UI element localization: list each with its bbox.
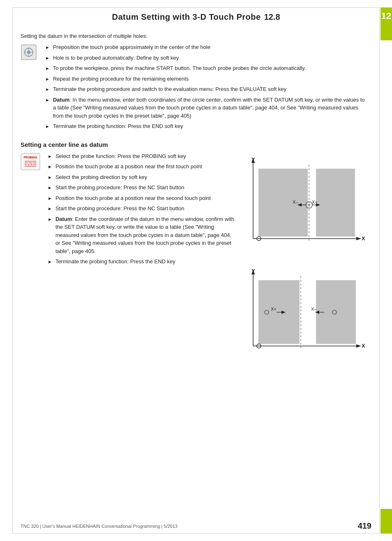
bullet-item: ► Terminate the probing procedure and sw… — [45, 85, 367, 93]
bullet-item: ► Start the probing procedure: Press the… — [48, 204, 238, 213]
bullet-arrow: ► — [45, 44, 50, 51]
svg-point-25 — [308, 204, 310, 206]
left-column: PROBING ► — [21, 152, 238, 268]
header-title: Datum Setting with 3-D Touch Probe — [112, 12, 261, 22]
bullet-text: Terminate the probing function: Press th… — [55, 258, 238, 266]
intro-text: Setting the datum in the intersection of… — [21, 33, 367, 39]
bullet-arrow: ► — [48, 258, 52, 265]
bullet-text: Position the touch probe at a position n… — [55, 194, 238, 202]
diagram2-svg: Y X — [244, 264, 367, 367]
bullet-arrow: ► — [48, 195, 52, 202]
bullet-arrow: ► — [48, 205, 52, 212]
bullet-arrow: ► — [48, 163, 52, 170]
chapter-tab-bottom — [380, 509, 392, 534]
bullet-arrow: ► — [48, 153, 52, 160]
lower-bullet-list: ► Select the probe function: Press the P… — [48, 152, 238, 268]
bullet-item: ► To probe the workpiece, press the mach… — [45, 64, 367, 72]
svg-text:X: X — [362, 343, 365, 349]
bullet-text: Select the probing direction by soft key — [55, 173, 238, 181]
upper-section: ► Preposition the touch probe approximat… — [21, 43, 367, 133]
svg-rect-21 — [316, 169, 355, 237]
page-border-top — [12, 7, 380, 8]
header-section: 12.8 — [264, 12, 280, 22]
section-heading: Setting a center line as datum — [21, 141, 367, 148]
page-border-left — [12, 7, 13, 534]
svg-point-5 — [28, 52, 29, 53]
chapter-tab: 12 — [380, 7, 392, 40]
diagram2: Y X — [244, 264, 367, 368]
bullet-text: To probe the workpiece, press the machin… — [53, 64, 367, 72]
bullet-text: Datum: In the menu window, enter both co… — [53, 96, 367, 120]
bullet-item: ► Select the probing direction by soft k… — [48, 173, 238, 181]
bullet-text: Position the touch probe at a position n… — [55, 163, 238, 171]
probing-icon-box: PROBING — [21, 153, 42, 172]
bullet-item: ► Repeat the probing procedure for the r… — [45, 75, 367, 83]
bullet-item: ► Datum: Enter the coordinate of the dat… — [48, 215, 238, 255]
page-footer: TNC 320 | User's Manual HEIDENHAIN Conve… — [21, 521, 371, 531]
probing-icon: PROBING — [21, 153, 40, 170]
upper-bullet-list: ► Preposition the touch probe approximat… — [45, 43, 367, 133]
bullet-item: ► Start the probing procedure: Press the… — [48, 183, 238, 192]
lower-section: PROBING ► — [21, 152, 367, 368]
bullet-text: Repeat the probing procedure for the rem… — [53, 75, 367, 83]
bullet-item: ► Position the touch probe at a position… — [48, 194, 238, 202]
bullet-text: Hole is to be probed automatically: Defi… — [53, 54, 367, 62]
bullet-arrow: ► — [45, 123, 50, 130]
bullet-text: Start the probing procedure: Press the N… — [55, 204, 238, 213]
footer-page-number: 419 — [358, 521, 371, 531]
page-border-right — [379, 7, 380, 534]
svg-text:X+: X+ — [271, 306, 277, 311]
page-border-bottom — [12, 533, 380, 534]
bullet-item: ► Hole is to be probed automatically: De… — [45, 54, 367, 62]
x-minus-label: X– — [293, 200, 298, 204]
diagram1: Y X — [244, 152, 367, 260]
bullet-item: ► Position the touch probe at a position… — [48, 163, 238, 171]
content-area: Setting the datum in the intersection of… — [21, 33, 367, 516]
bullet-text: Terminate the probing procedure and swit… — [53, 85, 367, 93]
bullet-arrow: ► — [45, 97, 50, 104]
bullet-arrow: ► — [48, 216, 52, 223]
bullet-item: ► Preposition the touch probe approximat… — [45, 43, 367, 51]
svg-text:Y: Y — [251, 268, 255, 274]
bullet-text: Datum: Enter the coordinate of the datum… — [55, 215, 238, 255]
bullet-item: ► Datum: In the menu window, enter both … — [45, 96, 367, 120]
svg-text:PROBING: PROBING — [24, 156, 37, 159]
bullet-text: Select the probe function: Press the PRO… — [55, 152, 238, 160]
bullet-arrow: ► — [48, 174, 52, 181]
bullet-item: ► Terminate the probing function: Press … — [48, 258, 238, 266]
bullet-text: Terminate the probing function: Press th… — [53, 122, 367, 130]
bullet-text: Start the probing procedure: Press the N… — [55, 183, 238, 192]
bullet-text: Preposition the touch probe approximatel… — [53, 43, 367, 51]
bullet-item: ► Select the probe function: Press the P… — [48, 152, 238, 160]
right-column: Y X — [244, 152, 367, 368]
icon-box — [21, 44, 41, 62]
icon-and-bullets: PROBING ► — [21, 152, 238, 268]
bullet-arrow: ► — [45, 76, 50, 83]
bullet-arrow: ► — [45, 65, 50, 72]
probe-icon — [21, 44, 37, 60]
bullet-item: ► Terminate the probing function: Press … — [45, 122, 367, 130]
svg-rect-20 — [258, 169, 308, 237]
bullet-arrow: ► — [45, 55, 50, 62]
diagram1-svg: Y X — [244, 152, 367, 259]
bullet-arrow: ► — [45, 86, 50, 93]
bullet-arrow: ► — [48, 184, 52, 191]
chapter-number: 12 — [381, 11, 391, 21]
svg-text:X–: X– — [311, 306, 317, 311]
x-axis-label: X — [362, 235, 365, 241]
footer-text: TNC 320 | User's Manual HEIDENHAIN Conve… — [21, 524, 178, 529]
page-header: Datum Setting with 3-D Touch Probe 12.8 — [21, 12, 371, 22]
